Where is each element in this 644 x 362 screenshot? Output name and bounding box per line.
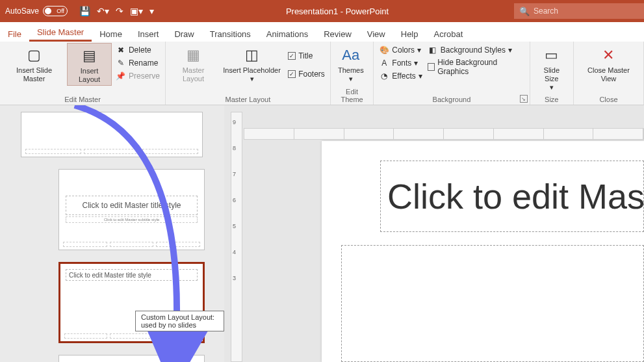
ruler-tick: 3 (233, 275, 236, 281)
bg-styles-icon: ◧ (428, 45, 438, 55)
bg-styles-label: Background Styles (441, 45, 506, 55)
layout-thumbnail-1[interactable]: Click to edit Master title style Click t… (58, 169, 205, 250)
redo-icon[interactable]: ↷ (116, 6, 123, 16)
tab-insert[interactable]: Insert (130, 25, 167, 42)
thumbnail-panel[interactable]: Click to edit Master title style Click t… (0, 105, 224, 362)
checkbox-checked-icon: ✓ (288, 52, 296, 60)
background-styles-button[interactable]: ◧Background Styles ▾ (426, 44, 526, 56)
thumb-title-placeholder: Click to edit Master title style (66, 269, 198, 281)
insert-layout-label: Insert Layout (70, 67, 109, 84)
insert-slide-master-label: Insert Slide Master (6, 66, 62, 83)
master-layout-button[interactable]: ▦ Master Layout (170, 43, 217, 84)
close-master-label: Close Master View (580, 66, 637, 83)
body-placeholder[interactable] (341, 245, 644, 362)
layout-thumbnail-3[interactable] (58, 355, 205, 362)
tab-view[interactable]: View (359, 25, 393, 42)
customize-qat-icon[interactable]: ▾ (149, 6, 154, 16)
rename-button[interactable]: ✎Rename (114, 57, 161, 69)
autosave-toggle[interactable]: AutoSave Off (0, 6, 73, 16)
fonts-label: Fonts (392, 58, 411, 68)
footers-checkbox[interactable]: ✓Footers (287, 69, 326, 79)
ruler-tick: 7 (233, 171, 236, 177)
horizontal-ruler[interactable] (244, 128, 644, 140)
group-edit-theme: Aa Themes▾ Edit Theme (331, 42, 374, 105)
checkbox-empty-icon (428, 63, 435, 71)
group-background: 🎨Colors ▾ AFonts ▾ ◔Effects ▾ ◧Backgroun… (374, 42, 530, 105)
themes-label: Themes▾ (338, 66, 364, 83)
search-placeholder: Search (534, 6, 558, 16)
group-size: ▭ Slide Size▾ Size (530, 42, 574, 105)
group-edit-master: ▢ Insert Slide Master ▤ Insert Layout ✖D… (0, 42, 166, 105)
quick-access-toolbar: 💾 ↶▾ ↷ ▣▾ ▾ (73, 6, 161, 16)
preserve-icon: 📌 (116, 71, 126, 81)
group-label-edit-theme: Edit Theme (335, 86, 370, 105)
effects-button[interactable]: ◔Effects ▾ (378, 70, 423, 82)
ruler-tick: 6 (233, 197, 236, 203)
fonts-icon: A (379, 58, 389, 68)
rename-label: Rename (129, 58, 158, 68)
tab-review[interactable]: Review (316, 25, 359, 42)
ribbon-tabs: File Slide Master Home Insert Draw Trans… (0, 22, 644, 42)
themes-button[interactable]: Aa Themes▾ (335, 43, 367, 84)
tab-slide-master[interactable]: Slide Master (29, 23, 92, 42)
background-launcher[interactable]: ↘ (520, 95, 528, 103)
ruler-tick: 5 (233, 223, 236, 229)
layout-tooltip: Custom Layout Layout: used by no slides (135, 311, 224, 331)
ruler-tick: 4 (233, 249, 236, 255)
slide-canvas[interactable]: Click to edit Mas (322, 141, 644, 362)
tab-draw[interactable]: Draw (166, 25, 201, 42)
close-master-view-button[interactable]: ✕ Close Master View (578, 43, 639, 84)
title-chk-label: Title (298, 51, 313, 60)
delete-button[interactable]: ✖Delete (114, 44, 161, 56)
thumb-title-placeholder: Click to edit Master title style (66, 196, 198, 215)
group-label-size: Size (534, 94, 569, 105)
insert-placeholder-button[interactable]: ◫ Insert Placeholder ▾ (220, 43, 284, 84)
vertical-ruler[interactable]: 9 8 7 6 5 4 3 (231, 112, 242, 362)
title-bar: AutoSave Off 💾 ↶▾ ↷ ▣▾ ▾ Presentation1 -… (0, 0, 644, 22)
hide-bg-checkbox[interactable]: Hide Background Graphics (426, 57, 526, 77)
tab-help[interactable]: Help (393, 25, 426, 42)
insert-placeholder-label: Insert Placeholder ▾ (222, 66, 281, 83)
insert-slide-master-icon: ▢ (24, 44, 45, 65)
tab-home[interactable]: Home (92, 25, 130, 42)
insert-slide-master-button[interactable]: ▢ Insert Slide Master (4, 43, 64, 84)
slide-size-button[interactable]: ▭ Slide Size▾ (534, 43, 569, 93)
insert-layout-icon: ▤ (79, 45, 99, 66)
title-checkbox[interactable]: ✓Title (287, 51, 326, 61)
thumb-subtitle-placeholder: Click to edit Master subtitle style (66, 216, 198, 223)
group-label-master-layout: Master Layout (170, 94, 326, 105)
master-layout-icon: ▦ (183, 44, 203, 65)
toggle-knob (45, 8, 51, 14)
toggle-state: Off (57, 8, 64, 14)
colors-label: Colors (392, 45, 415, 55)
slide-size-label: Slide Size▾ (537, 66, 567, 92)
ribbon: ▢ Insert Slide Master ▤ Insert Layout ✖D… (0, 42, 644, 105)
preserve-button[interactable]: 📌Preserve (114, 70, 161, 82)
tab-transitions[interactable]: Transitions (202, 25, 259, 42)
slide-edit-area: 9 8 7 6 5 4 3 Click to edit Mas (224, 105, 644, 362)
effects-icon: ◔ (379, 71, 389, 81)
insert-layout-button[interactable]: ▤ Insert Layout (67, 43, 112, 86)
group-close: ✕ Close Master View Close (574, 42, 644, 105)
group-label-background: Background (378, 94, 525, 105)
tab-animations[interactable]: Animations (259, 25, 316, 42)
undo-icon[interactable]: ↶▾ (97, 6, 109, 16)
group-label-close: Close (578, 94, 639, 105)
colors-icon: 🎨 (379, 45, 389, 55)
slide-size-icon: ▭ (541, 44, 562, 65)
rename-icon: ✎ (116, 58, 126, 68)
present-icon[interactable]: ▣▾ (130, 6, 143, 16)
themes-icon: Aa (341, 44, 361, 65)
group-label-edit-master: Edit Master (4, 94, 161, 105)
close-icon: ✕ (598, 44, 619, 65)
tab-file[interactable]: File (0, 25, 29, 42)
tab-acrobat[interactable]: Acrobat (426, 25, 471, 42)
fonts-button[interactable]: AFonts ▾ (378, 57, 423, 69)
search-box[interactable]: 🔍 Search (514, 3, 644, 19)
save-icon[interactable]: 💾 (79, 6, 90, 16)
slide-master-thumbnail[interactable] (21, 112, 203, 157)
workspace: Click to edit Master title style Click t… (0, 105, 644, 362)
colors-button[interactable]: 🎨Colors ▾ (378, 44, 423, 56)
title-placeholder[interactable]: Click to edit Mas (380, 161, 644, 232)
toggle-switch[interactable]: Off (43, 6, 68, 16)
